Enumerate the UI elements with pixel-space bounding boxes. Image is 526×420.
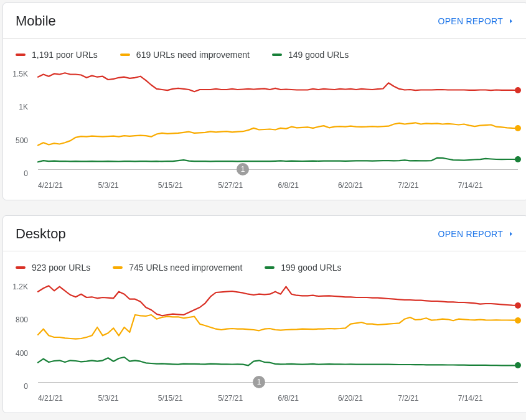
series-line	[38, 73, 518, 91]
x-tick: 6/8/21	[278, 181, 338, 190]
legend-label: 1,191 poor URLs	[32, 50, 98, 60]
swatch-poor	[16, 266, 26, 269]
legend-item-good: 199 good URLs	[265, 263, 341, 273]
x-tick: 6/20/21	[338, 394, 398, 403]
legend-item-poor: 923 poor URLs	[16, 263, 90, 273]
y-tick: 1.5K	[12, 70, 28, 78]
card-title: Desktop	[16, 226, 66, 242]
mobile-card: Mobile OPEN REPORT 1,191 poor URLs 619 U…	[2, 2, 526, 200]
legend-label: 619 URLs need improvement	[136, 50, 250, 60]
series-end-dot	[515, 125, 521, 131]
swatch-good	[265, 266, 275, 269]
legend: 923 poor URLs 745 URLs need improvement …	[3, 251, 526, 278]
legend: 1,191 poor URLs 619 URLs need improvemen…	[3, 39, 526, 65]
y-tick: 500	[16, 136, 28, 145]
y-tick: 1K	[19, 103, 28, 111]
swatch-needs	[120, 54, 130, 56]
open-report-label: OPEN REPORT	[438, 229, 503, 239]
card-header: Desktop OPEN REPORT	[3, 216, 526, 251]
series-end-dot	[515, 156, 521, 162]
legend-item-needs: 745 URLs need improvement	[113, 263, 242, 273]
swatch-needs	[113, 266, 123, 269]
x-tick: 6/8/21	[278, 394, 338, 403]
chevron-right-icon	[507, 230, 515, 238]
open-report-link[interactable]: OPEN REPORT	[438, 229, 515, 239]
y-tick: 0	[24, 382, 28, 391]
y-axis: 04008001.2K	[3, 282, 33, 386]
series-line	[38, 158, 518, 162]
swatch-good	[272, 54, 282, 56]
legend-item-needs: 619 URLs need improvement	[120, 50, 250, 60]
x-tick: 7/14/21	[458, 394, 518, 403]
legend-label: 923 poor URLs	[32, 263, 90, 273]
legend-label: 199 good URLs	[281, 263, 341, 273]
chevron-right-icon	[507, 17, 515, 26]
x-tick: 4/21/21	[38, 181, 98, 190]
chart-lines	[38, 282, 518, 382]
chart: 04008001.2K 1 4/21/215/3/215/15/215/27/2…	[3, 278, 526, 413]
x-tick: 7/2/21	[398, 181, 458, 190]
y-tick: 400	[16, 349, 28, 358]
legend-label: 745 URLs need improvement	[129, 263, 242, 273]
x-tick: 5/3/21	[98, 394, 157, 403]
legend-label: 149 good URLs	[288, 50, 349, 60]
event-marker[interactable]: 1	[253, 376, 265, 388]
x-tick: 5/3/21	[98, 181, 157, 190]
x-axis: 4/21/215/3/215/15/215/27/216/8/216/20/21…	[38, 170, 518, 200]
series-end-dot	[515, 302, 521, 309]
x-tick: 6/20/21	[338, 181, 398, 190]
series-line	[38, 357, 518, 366]
desktop-card: Desktop OPEN REPORT 923 poor URLs 745 UR…	[2, 215, 526, 413]
plot-area: 1	[38, 282, 518, 383]
x-tick: 5/27/21	[218, 394, 278, 403]
x-tick: 4/21/21	[38, 394, 98, 403]
series-end-dot	[515, 87, 521, 93]
series-end-dot	[515, 362, 521, 368]
legend-item-good: 149 good URLs	[272, 50, 349, 60]
y-tick: 0	[24, 169, 28, 178]
series-line	[38, 315, 518, 339]
card-header: Mobile OPEN REPORT	[3, 3, 526, 38]
plot-area: 1	[38, 70, 518, 170]
series-line	[38, 286, 518, 315]
y-axis: 05001K1.5K	[3, 70, 33, 174]
open-report-link[interactable]: OPEN REPORT	[438, 16, 515, 26]
x-tick: 7/2/21	[398, 394, 458, 403]
open-report-label: OPEN REPORT	[438, 16, 503, 26]
x-tick: 5/27/21	[218, 181, 278, 190]
card-title: Mobile	[16, 13, 56, 29]
x-tick: 5/15/21	[158, 394, 218, 403]
legend-item-poor: 1,191 poor URLs	[16, 50, 98, 60]
swatch-poor	[16, 54, 26, 56]
x-tick: 5/15/21	[158, 181, 218, 190]
event-marker[interactable]: 1	[237, 163, 249, 175]
x-tick: 7/14/21	[458, 181, 518, 190]
series-line	[38, 123, 518, 145]
y-tick: 1.2K	[12, 282, 28, 291]
chart-lines	[38, 70, 518, 169]
y-tick: 800	[16, 315, 28, 324]
x-axis: 4/21/215/3/215/15/215/27/216/8/216/20/21…	[38, 383, 518, 413]
series-end-dot	[515, 317, 521, 324]
chart: 05001K1.5K 1 4/21/215/3/215/15/215/27/21…	[3, 65, 526, 200]
